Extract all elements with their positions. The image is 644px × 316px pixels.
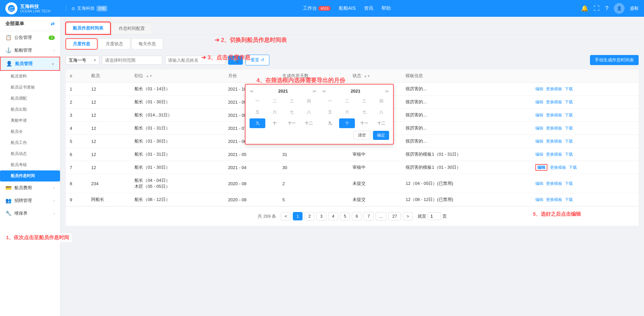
action-更换模板[interactable]: 更换模板 [546,152,562,157]
action-编辑[interactable]: 编辑 [535,164,547,171]
tab-schedule[interactable]: 船员作息时间表 [66,22,110,34]
cal-left-next[interactable]: ≫ [312,89,317,94]
action-编辑[interactable]: 编辑 [535,87,543,91]
action-更换模板[interactable]: 更换模板 [546,197,562,202]
col-position[interactable]: 职位 ▲▼ [130,69,224,83]
sidebar-sub-crew-cert[interactable]: 船员证书查验 [0,82,60,93]
page-3[interactable]: 3 [316,212,326,220]
sub-tab-daily[interactable]: 每天作息 [131,39,163,49]
cal-confirm-button[interactable]: 确定 [373,131,389,140]
nav-ship-ais[interactable]: 船舶AIS [339,5,356,11]
table-row: 7 12 船长（01 - 30日） 2021 - 04 30 审核中 很厉害的模… [66,161,639,174]
tab-config[interactable]: 作息时间配置 [112,22,152,34]
date-range-input[interactable] [102,56,162,65]
cal-r-month-11[interactable]: 十一 [356,118,372,128]
action-编辑[interactable]: 编辑 [535,152,543,157]
sidebar-sub-crew-info[interactable]: 船员资料 [0,71,60,82]
sidebar-refresh-icon[interactable]: ⇄ [51,21,55,27]
sidebar-item-ship[interactable]: ⚓ 船舶管理 › [0,44,60,57]
col-status[interactable]: 状态 ▲▼ [348,69,402,83]
page-27[interactable]: 27 [388,212,400,220]
action-下载[interactable]: 下载 [565,197,573,202]
action-更换模板[interactable]: 更换模板 [546,126,562,130]
nav-workbench[interactable]: 工作台 4019 [303,5,330,11]
action-下载[interactable]: 下载 [569,165,577,170]
sidebar-sub-crew-resttime[interactable]: 船员作息时间 [0,170,60,181]
expand-icon[interactable]: ⛶ [594,5,600,12]
page-next[interactable]: > [403,212,413,220]
action-编辑[interactable]: 编辑 [535,126,543,130]
action-下载[interactable]: 下载 [565,126,573,130]
action-更换模板[interactable]: 更换模板 [546,87,562,91]
action-下载[interactable]: 下载 [565,139,573,144]
generate-button[interactable]: 手动生成作息时间表 [590,55,639,65]
cell-no: 8 [66,174,87,193]
search-button[interactable]: 🔍 [228,56,243,65]
action-编辑[interactable]: 编辑 [535,181,543,186]
cal-r-month-10[interactable]: 十 [339,118,355,128]
nav-help[interactable]: 帮助 [381,5,391,11]
cal-clear-button[interactable]: 清空 [354,131,370,140]
sidebar-item-maintenance[interactable]: 🔧 维保养 › [0,207,60,220]
ship-select[interactable]: 互海一号 [66,56,99,65]
action-下载[interactable]: 下载 [565,100,573,104]
action-下载[interactable]: 下载 [565,113,573,117]
cell-actions: 编辑更换模板下载 [531,148,639,161]
avatar[interactable]: 👤 [614,3,625,14]
name-input[interactable] [165,56,225,65]
page-2[interactable]: 2 [305,212,314,220]
action-编辑[interactable]: 编辑 [535,100,543,104]
action-下载[interactable]: 下载 [565,181,573,186]
action-更换模板[interactable]: 更换模板 [546,181,562,186]
sidebar-sub-crew-order[interactable]: 船员令 [0,126,60,137]
help-icon[interactable]: ? [605,5,608,12]
action-更换模板[interactable]: 更换模板 [550,165,566,170]
cal-left-prev-prev[interactable]: ≪ [250,89,254,94]
action-更换模板[interactable]: 更换模板 [546,139,562,144]
cal-right-prev[interactable]: ≪ [322,89,326,94]
notification-icon[interactable]: 🔔 [581,5,588,12]
sidebar-title: 全部菜单 [5,21,24,27]
page-6[interactable]: 6 [352,212,362,220]
col-no: # [66,69,87,83]
cal-right-next[interactable]: ≫ [385,89,389,94]
sidebar-item-crew[interactable]: 👤 船员管理 ∨ [0,57,60,71]
action-编辑[interactable]: 编辑 [535,197,543,202]
sidebar-item-recruit[interactable]: 👥 招聘管理 › [0,194,60,207]
cal-month-9[interactable]: 九 [250,118,265,128]
page-4[interactable]: 4 [328,212,338,220]
col-month: 月份 [224,69,278,83]
cell-template: 很厉害的模板1（01 - 30日） [401,161,531,174]
sub-tab-monthly[interactable]: 月度作息 [66,39,97,49]
cell-crew: 12 [87,109,130,122]
cal-month-12[interactable]: 十二 [301,118,317,128]
nav-news[interactable]: 资讯 [364,5,373,11]
cal-r-month-12[interactable]: 十二 [373,118,389,128]
breadcrumb-company[interactable]: 互海科技 [77,5,95,11]
action-更换模板[interactable]: 更换模板 [546,100,562,104]
sidebar-item-notice[interactable]: 📋 公告管理 0 [0,31,60,44]
sidebar-sub-crew-attendance[interactable]: 船员出勤 [0,104,60,115]
cal-label: 六 [267,107,282,117]
page-1[interactable]: 1 [293,212,303,220]
page-7[interactable]: 7 [364,212,373,220]
sidebar-sub-crew-dispatch[interactable]: 船员调配 [0,93,60,104]
action-下载[interactable]: 下载 [565,87,573,91]
page-prev[interactable]: < [281,212,291,220]
action-更换模板[interactable]: 更换模板 [546,113,562,117]
cal-month-10[interactable]: 十 [267,118,282,128]
sidebar-sub-crew-injury[interactable]: 船员工伤 [0,137,60,148]
reset-button[interactable]: 重置 ↺ [246,55,269,65]
action-下载[interactable]: 下载 [565,152,573,157]
page-5[interactable]: 5 [340,212,350,220]
cal-month-11[interactable]: 十一 [284,118,300,128]
goto-input[interactable] [428,212,441,220]
sub-tab-monthly-status[interactable]: 月度状态 [99,39,130,49]
cal-r-month-9[interactable]: 九 [322,118,338,128]
action-编辑[interactable]: 编辑 [535,139,543,144]
sidebar-sub-crew-eval[interactable]: 船员考核 [0,159,60,170]
sidebar-item-expense[interactable]: 💳 船员费用 › [0,181,60,194]
sidebar-sub-crew-dynamic[interactable]: 船员动态 [0,148,60,159]
sidebar-sub-crew-departure[interactable]: 离船申请 [0,115,60,126]
action-编辑[interactable]: 编辑 [535,113,543,117]
